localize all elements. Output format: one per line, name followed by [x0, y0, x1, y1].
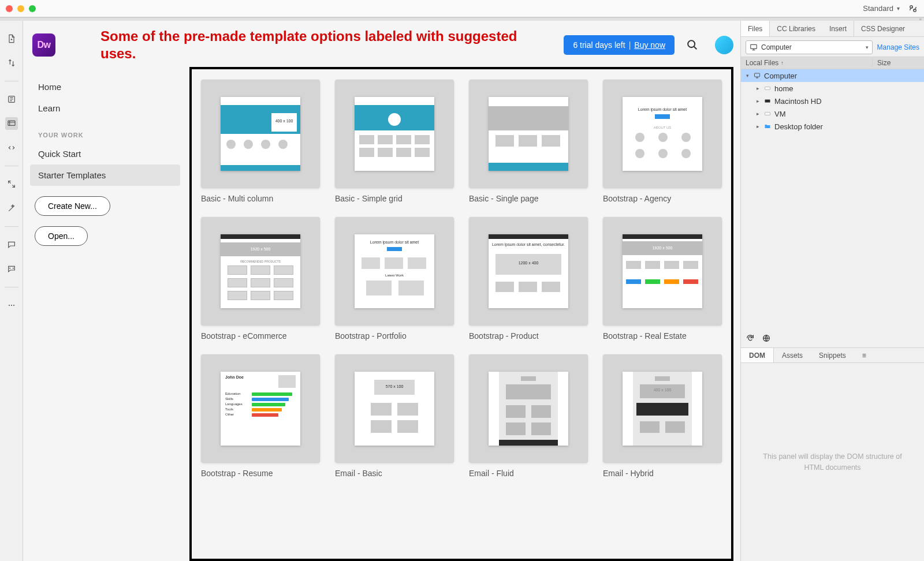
open-button[interactable]: Open...: [35, 226, 88, 246]
tab-insert[interactable]: Insert: [822, 21, 854, 36]
live-view-icon[interactable]: [5, 117, 18, 130]
expand-arrows-icon[interactable]: [5, 178, 18, 190]
extract-icon[interactable]: [5, 93, 18, 106]
template-caption: Email - Hybrid: [603, 469, 722, 478]
dom-empty-message: This panel will display the DOM structur…: [741, 363, 924, 561]
template-card[interactable]: Basic - Single page: [469, 80, 588, 203]
buy-now-link[interactable]: Buy now: [634, 40, 665, 50]
workspace-label: Standard: [863, 4, 893, 13]
create-new-button[interactable]: Create New...: [35, 196, 110, 216]
files-panel-tabs: Files CC Libraries Insert CSS Designer: [741, 21, 924, 37]
template-card[interactable]: 570 x 100 Email - Basic: [335, 354, 454, 478]
tab-assets[interactable]: Assets: [774, 348, 811, 362]
template-caption: Bootstrap - Portfolio: [335, 331, 454, 341]
template-thumbnail: 1920 x 500: [603, 217, 722, 326]
code-brackets-icon[interactable]: [5, 141, 18, 154]
tab-cc-libraries[interactable]: CC Libraries: [770, 21, 822, 36]
nav-learn[interactable]: Learn: [30, 98, 180, 119]
trial-days-label: 6 trial days left: [573, 40, 625, 50]
dom-panel-tabs: DOM Assets Snippets ≡: [741, 348, 924, 363]
disclosure-icon[interactable]: ▸: [755, 124, 761, 129]
template-thumbnail: John Doe EducationSkillsLanguagesToolsOt…: [201, 354, 320, 463]
template-card[interactable]: Basic - Simple grid: [335, 80, 454, 203]
comment-icon[interactable]: [5, 238, 18, 251]
svg-rect-12: [765, 113, 770, 115]
template-caption: Basic - Simple grid: [335, 194, 454, 203]
nav-home[interactable]: Home: [30, 76, 180, 98]
files-source-dropdown[interactable]: Computer: [746, 40, 873, 54]
template-card[interactable]: 400 x 100 Basic - Multi column: [201, 80, 320, 203]
files-tree: ▾ Computer ▸ home ▸ Macintosh HD ▸ VM ▸ …: [741, 69, 924, 133]
app-logo: Dw: [32, 33, 55, 57]
disclosure-icon[interactable]: ▾: [744, 73, 750, 78]
settings-sync-icon[interactable]: [908, 3, 918, 14]
screenshot-annotation: Some of the pre-made template options la…: [100, 28, 530, 62]
template-card[interactable]: 1920 x 500 RECOMMENDED PRODUCTS Bootstra…: [201, 217, 320, 341]
nav-starter-templates[interactable]: Starter Templates: [30, 164, 180, 186]
git-updown-icon[interactable]: [5, 57, 18, 69]
window-controls: [6, 5, 36, 12]
template-thumbnail: [469, 80, 588, 188]
nav-quick-start[interactable]: Quick Start: [30, 143, 180, 164]
templates-annotation-box: 400 x 100 Basic - Multi column Basic - S…: [189, 67, 733, 561]
tab-css-designer[interactable]: CSS Designer: [854, 21, 912, 36]
panel-menu-icon[interactable]: ≡: [854, 348, 874, 362]
file-type-icon: [763, 84, 772, 92]
comment-code-icon[interactable]: [5, 263, 18, 275]
manage-sites-link[interactable]: Manage Sites: [877, 43, 919, 51]
template-card[interactable]: John Doe EducationSkillsLanguagesToolsOt…: [201, 354, 320, 478]
files-source-label: Computer: [761, 43, 792, 51]
window-close-icon[interactable]: [6, 5, 13, 12]
template-card[interactable]: 400 x 100 Email - Hybrid: [603, 354, 722, 478]
start-side-nav: Home Learn YOUR WORK Quick Start Starter…: [30, 67, 180, 561]
files-tree-row[interactable]: ▸ Desktop folder: [741, 120, 924, 133]
account-avatar[interactable]: [715, 36, 733, 54]
files-tree-row[interactable]: ▸ Macintosh HD: [741, 95, 924, 107]
template-caption: Bootstrap - Agency: [603, 194, 722, 203]
template-card[interactable]: Lorem ipsum dolor sit amet ABOUT US Boot…: [603, 80, 722, 203]
file-row-label: Macintosh HD: [774, 97, 822, 106]
template-thumbnail: [335, 80, 454, 188]
files-tree-row[interactable]: ▸ home: [741, 82, 924, 95]
svg-rect-8: [751, 44, 757, 48]
template-card[interactable]: Email - Fluid: [469, 354, 588, 478]
col-local-files[interactable]: Local Files: [746, 59, 778, 67]
template-caption: Bootstrap - Resume: [201, 469, 320, 478]
files-column-header: Local Files ↑ Size: [741, 57, 924, 69]
template-thumbnail: 400 x 100: [603, 354, 722, 463]
template-caption: Bootstrap - Product: [469, 331, 588, 341]
trial-buy-button[interactable]: 6 trial days left | Buy now: [564, 35, 675, 55]
template-card[interactable]: Lorem ipsum dolor sit amet, consectetur.…: [469, 217, 588, 341]
svg-rect-10: [765, 87, 770, 90]
sort-asc-icon[interactable]: ↑: [781, 60, 784, 66]
disclosure-icon[interactable]: ▸: [755, 111, 761, 117]
template-thumbnail: Lorem ipsum dolor sit amet ABOUT US: [603, 80, 722, 188]
magic-wand-icon[interactable]: [5, 202, 18, 215]
start-screen: Dw Some of the pre-made template options…: [23, 21, 740, 561]
window-minimize-icon[interactable]: [17, 5, 24, 12]
file-type-icon: [763, 122, 772, 130]
tab-snippets[interactable]: Snippets: [811, 348, 854, 362]
globe-sync-icon[interactable]: [762, 334, 771, 345]
col-size[interactable]: Size: [872, 59, 924, 67]
file-row-label: Desktop folder: [774, 122, 823, 131]
template-card[interactable]: 1920 x 500 Bootstrap - Real Estate: [603, 217, 722, 341]
more-icon[interactable]: [5, 299, 18, 312]
disclosure-icon[interactable]: ▸: [755, 98, 761, 104]
tab-files[interactable]: Files: [741, 21, 770, 36]
file-row-label: home: [774, 84, 793, 93]
window-zoom-icon[interactable]: [29, 5, 36, 12]
workspace-switcher[interactable]: Standard: [863, 4, 900, 13]
template-thumbnail: Lorem ipsum dolor sit amet, consectetur.…: [469, 217, 588, 326]
template-card[interactable]: Lorem ipsum dolor sit amet Latest Work B…: [335, 217, 454, 341]
new-file-icon[interactable]: [5, 32, 18, 45]
files-tree-row[interactable]: ▾ Computer: [741, 69, 924, 82]
files-tree-row[interactable]: ▸ VM: [741, 107, 924, 120]
tab-dom[interactable]: DOM: [741, 348, 774, 362]
files-panel-footer: [741, 331, 924, 348]
disclosure-icon[interactable]: ▸: [755, 85, 761, 91]
file-type-icon: [752, 72, 762, 80]
search-icon[interactable]: [685, 38, 700, 53]
window-titlebar: Standard: [0, 0, 924, 17]
refresh-icon[interactable]: [746, 334, 755, 345]
